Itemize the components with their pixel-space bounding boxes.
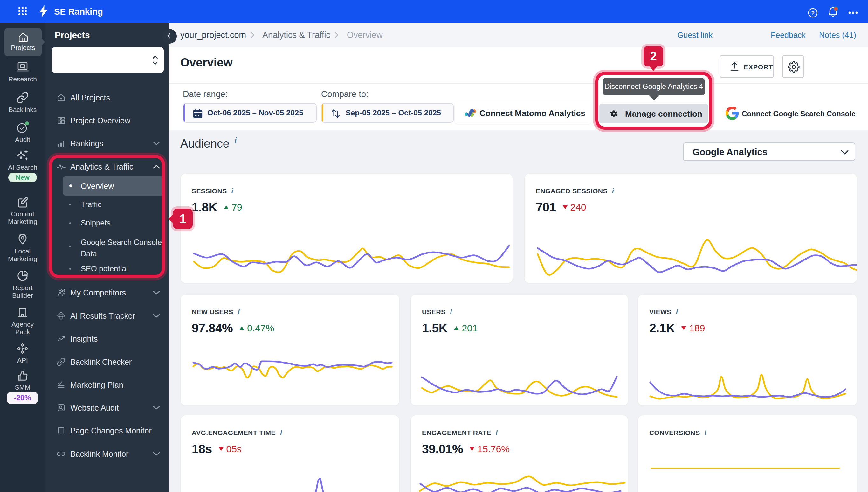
svg-text:?: ? xyxy=(811,10,815,17)
